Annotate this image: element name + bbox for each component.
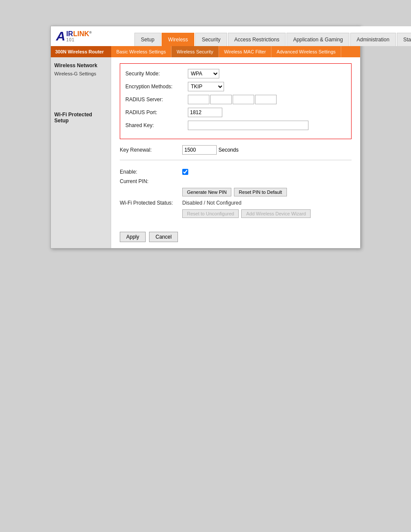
encryption-methods-control: TKIP AES TKIP+AES xyxy=(188,82,224,91)
nav-tab-wireless[interactable]: Wireless xyxy=(162,33,194,46)
logo-link: LINK xyxy=(73,30,89,37)
main-content: Wireless Network Wireless-G Settings Wi-… xyxy=(51,57,360,248)
logo-a-letter: A xyxy=(56,30,65,43)
security-form-section: Security Mode: WPA Disabled WEP WPA2 Enc… xyxy=(120,63,352,139)
nav-tab-setup[interactable]: Setup xyxy=(134,33,161,46)
wps-status-label: Wi-Fi Protected Status: xyxy=(120,200,182,206)
orange-bar: 300N Wireless Router Basic Wireless Sett… xyxy=(51,46,360,57)
logo-area: A IRLINK® 101 xyxy=(51,26,133,46)
logo-right: IRLINK® 101 xyxy=(66,30,92,43)
radius-server-label: RADIUS Server: xyxy=(125,96,188,103)
radius-port-input[interactable] xyxy=(188,108,222,117)
separator xyxy=(120,160,352,160)
security-mode-select[interactable]: WPA Disabled WEP WPA2 xyxy=(188,69,219,78)
radius-server-ip2[interactable] xyxy=(210,95,232,104)
reset-to-unconfigured-button[interactable]: Reset to Unconfigured xyxy=(182,209,239,218)
sub-tabs: Basic Wireless Settings Wireless Securit… xyxy=(111,46,360,57)
wps-current-pin-label: Current PIN: xyxy=(120,178,182,184)
wps-enable-label: Enable: xyxy=(120,169,182,175)
logo-airlink: IRLINK® xyxy=(66,30,92,38)
radius-port-row: RADIUS Port: xyxy=(125,108,346,117)
radius-server-ip3[interactable] xyxy=(233,95,254,104)
key-renewal-unit: Seconds xyxy=(218,147,239,153)
key-renewal-control: Seconds xyxy=(182,145,239,155)
sidebar-section-wireless-network: Wireless Network Wireless-G Settings xyxy=(54,62,107,77)
shared-key-label: Shared Key: xyxy=(125,122,188,128)
wps-wizard-buttons-row: Reset to Unconfigured Add Wireless Devic… xyxy=(120,209,352,218)
shared-key-control xyxy=(188,121,308,130)
reset-pin-to-default-button[interactable]: Reset PIN to Default xyxy=(234,188,286,196)
sidebar-section-wps: Wi-Fi Protected Setup xyxy=(54,112,107,124)
sub-tab-basic-wireless-settings[interactable]: Basic Wireless Settings xyxy=(111,46,171,57)
wps-enable-checkbox[interactable] xyxy=(182,169,188,175)
router-ui: A IRLINK® 101 Setup Wireless Security Ac… xyxy=(50,26,361,249)
nav-tab-access-restrictions[interactable]: Access Restrictions xyxy=(228,33,286,46)
key-renewal-row: Key Renewal: Seconds xyxy=(120,145,352,155)
header: A IRLINK® 101 Setup Wireless Security Ac… xyxy=(51,26,360,46)
radius-server-ip4[interactable] xyxy=(255,95,277,104)
top-nav: Setup Wireless Security Access Restricti… xyxy=(133,26,411,46)
nav-tab-administration[interactable]: Administration xyxy=(350,33,396,46)
radius-port-control xyxy=(188,108,222,117)
sidebar-title-wps: Wi-Fi Protected Setup xyxy=(54,112,107,124)
sub-tab-wireless-security[interactable]: Wireless Security xyxy=(171,46,219,57)
key-renewal-input[interactable] xyxy=(182,145,217,155)
wps-current-pin-row: Current PIN: xyxy=(120,178,352,184)
nav-tab-application-gaming[interactable]: Application & Gaming xyxy=(286,33,349,46)
bottom-buttons: Apply Cancel xyxy=(120,232,352,242)
shared-key-input[interactable] xyxy=(188,121,308,130)
sub-tab-advanced-wireless-settings[interactable]: Advanced Wireless Settings xyxy=(271,46,341,57)
security-mode-label: Security Mode: xyxy=(125,71,188,77)
wps-pin-buttons-row: Generate New PIN Reset PIN to Default xyxy=(120,188,352,196)
logo-reg: ® xyxy=(89,30,92,34)
radius-server-row: RADIUS Server: xyxy=(125,95,346,104)
sub-tab-wireless-mac-filter[interactable]: Wireless MAC Filter xyxy=(219,46,271,57)
logo-air: IR xyxy=(66,30,73,37)
radius-server-ip1[interactable] xyxy=(188,95,209,104)
security-mode-control: WPA Disabled WEP WPA2 xyxy=(188,69,219,78)
apply-button[interactable]: Apply xyxy=(120,232,146,242)
security-mode-row: Security Mode: WPA Disabled WEP WPA2 xyxy=(125,69,346,78)
encryption-methods-label: Encryption Methods: xyxy=(125,84,188,90)
wps-status-value: Disabled / Not Configured xyxy=(182,200,241,206)
nav-tab-security[interactable]: Security xyxy=(195,33,227,46)
radius-port-label: RADIUS Port: xyxy=(125,109,188,115)
shared-key-row: Shared Key: xyxy=(125,121,346,130)
logo-wrap: A IRLINK® 101 xyxy=(56,30,92,43)
cancel-button[interactable]: Cancel xyxy=(149,232,178,242)
key-renewal-label: Key Renewal: xyxy=(120,147,182,153)
logo-101: 101 xyxy=(66,37,92,42)
sidebar-item-wireless-g-settings: Wireless-G Settings xyxy=(54,70,107,77)
orange-bar-label: 300N Wireless Router xyxy=(51,46,111,57)
nav-tab-status[interactable]: Status xyxy=(397,33,411,46)
wps-enable-row: Enable: xyxy=(120,169,352,175)
sidebar-title-wireless-network: Wireless Network xyxy=(54,62,107,68)
wps-status-row: Wi-Fi Protected Status: Disabled / Not C… xyxy=(120,200,352,206)
form-area: Security Mode: WPA Disabled WEP WPA2 Enc… xyxy=(111,57,360,248)
generate-new-pin-button[interactable]: Generate New PIN xyxy=(182,188,231,196)
radius-server-control xyxy=(188,95,277,104)
encryption-methods-select[interactable]: TKIP AES TKIP+AES xyxy=(188,82,224,91)
encryption-methods-row: Encryption Methods: TKIP AES TKIP+AES xyxy=(125,82,346,91)
sidebar: Wireless Network Wireless-G Settings Wi-… xyxy=(51,57,111,248)
wps-section: Enable: Current PIN: Generate New PIN Re… xyxy=(120,165,352,225)
add-wireless-device-wizard-button[interactable]: Add Wireless Device Wizard xyxy=(241,209,311,218)
